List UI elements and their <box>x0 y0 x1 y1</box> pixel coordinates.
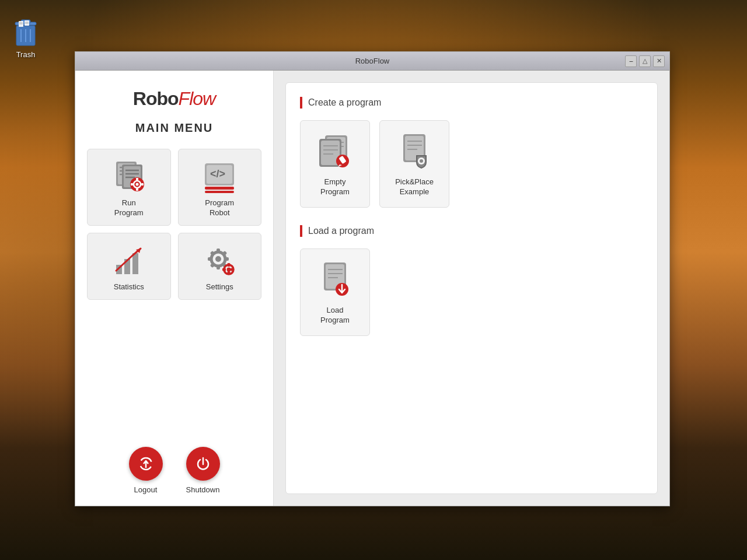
pick-place-icon <box>394 131 435 172</box>
create-section-bar <box>300 97 302 108</box>
logo-italic: Flow <box>179 88 216 109</box>
svg-rect-28 <box>141 183 144 186</box>
create-section-label: Create a program <box>308 97 381 108</box>
svg-rect-40 <box>217 249 220 253</box>
create-program-grid: EmptyProgram <box>300 120 643 208</box>
svg-rect-33 <box>205 191 234 193</box>
content-panel: Create a program <box>285 82 658 494</box>
pick-place-card[interactable]: Pick&PlaceExample <box>379 120 449 208</box>
run-program-icon <box>111 159 146 194</box>
svg-rect-51 <box>228 271 231 275</box>
svg-rect-43 <box>224 257 229 261</box>
app-window: RoboFlow ‒ △ ✕ RoboFlow MAIN MENU <box>75 51 670 506</box>
maximize-button[interactable]: △ <box>639 55 651 67</box>
trash-label: Trash <box>16 50 36 59</box>
svg-rect-42 <box>208 257 212 261</box>
svg-rect-26 <box>136 188 138 191</box>
shutdown-button[interactable]: Shutdown <box>186 447 220 494</box>
empty-program-card[interactable]: EmptyProgram <box>300 120 370 208</box>
pick-place-label: Pick&PlaceExample <box>395 177 434 197</box>
empty-program-icon <box>315 131 355 172</box>
logout-circle <box>129 447 163 481</box>
svg-point-24 <box>135 183 138 186</box>
main-menu-title: MAIN MENU <box>135 121 214 135</box>
action-row: Logout Shutdown <box>129 447 220 494</box>
window-title: RoboFlow <box>355 57 390 65</box>
menu-grid: RunProgram </> <box>87 149 261 300</box>
svg-rect-41 <box>217 265 220 270</box>
svg-rect-27 <box>131 183 133 186</box>
svg-rect-52 <box>222 268 226 271</box>
shutdown-label: Shutdown <box>186 485 220 494</box>
minimize-button[interactable]: ‒ <box>625 55 637 67</box>
trash-icon-image <box>12 18 40 48</box>
load-section-bar <box>300 225 302 237</box>
run-program-button[interactable]: RunProgram <box>87 149 171 226</box>
statistics-label: Statistics <box>114 282 144 292</box>
logo-text: RoboFlow <box>133 88 215 109</box>
title-bar-controls: ‒ △ ✕ <box>625 55 665 67</box>
load-program-label: LoadProgram <box>320 306 350 326</box>
create-section-title: Create a program <box>300 97 643 108</box>
settings-label: Settings <box>206 282 233 292</box>
svg-point-39 <box>215 256 221 262</box>
statistics-icon <box>111 243 146 278</box>
svg-rect-32 <box>205 187 234 190</box>
svg-rect-50 <box>228 263 231 267</box>
svg-rect-36 <box>132 253 138 274</box>
app-logo: RoboFlow <box>133 88 215 110</box>
trash-icon[interactable]: Trash <box>12 18 40 59</box>
load-program-grid: LoadProgram <box>300 249 643 336</box>
svg-point-49 <box>227 267 231 271</box>
statistics-button[interactable]: Statistics <box>87 233 171 300</box>
settings-icon <box>202 243 237 278</box>
svg-rect-25 <box>136 178 138 180</box>
load-program-icon <box>315 259 355 300</box>
close-button[interactable]: ✕ <box>653 55 665 67</box>
title-bar: RoboFlow ‒ △ ✕ <box>75 52 669 71</box>
program-robot-button[interactable]: </> ProgramRobot <box>178 149 262 226</box>
load-section-label: Load a program <box>308 226 374 236</box>
load-program-card[interactable]: LoadProgram <box>300 249 370 336</box>
main-content: Create a program <box>274 71 669 506</box>
program-robot-icon: </> <box>202 159 237 194</box>
load-section-title: Load a program <box>300 225 643 237</box>
logout-button[interactable]: Logout <box>129 447 163 494</box>
window-body: RoboFlow MAIN MENU <box>75 71 669 506</box>
run-program-label: RunProgram <box>114 198 144 218</box>
svg-point-76 <box>420 159 423 163</box>
svg-text:</>: </> <box>210 168 225 180</box>
svg-rect-53 <box>231 268 234 271</box>
settings-button[interactable]: Settings <box>178 233 262 300</box>
program-robot-label: ProgramRobot <box>205 198 234 218</box>
sidebar: RoboFlow MAIN MENU <box>75 71 274 506</box>
shutdown-circle <box>186 447 220 481</box>
logout-label: Logout <box>134 485 158 494</box>
empty-program-label: EmptyProgram <box>320 177 350 197</box>
